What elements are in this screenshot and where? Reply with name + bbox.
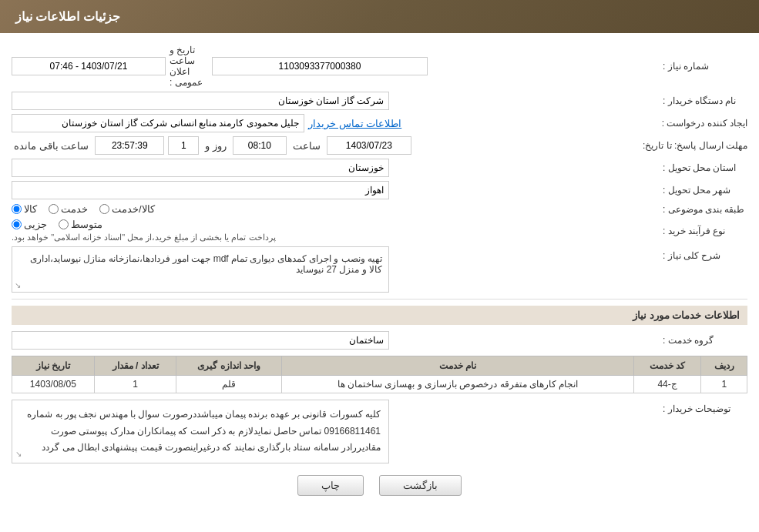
- remaining-time-input[interactable]: [95, 136, 164, 155]
- purchase-note: پرداخت تمام یا بخشی از مبلغ خرید،از محل …: [12, 233, 276, 243]
- table-row: 1 ج-44 انجام کارهای متفرقه درخصوص بازساز…: [12, 376, 747, 393]
- buyer-org-input[interactable]: [12, 92, 389, 110]
- province-label: استان محل تحویل :: [663, 162, 747, 173]
- creator-value: اطلاعات تماس خریدار: [12, 114, 658, 132]
- announce-input[interactable]: [12, 57, 166, 75]
- col-date: تاریخ نیاز: [12, 356, 95, 376]
- kala-khidmat-label: کالا/خدمت: [112, 203, 155, 215]
- service-group-label: گروه خدمت :: [663, 335, 747, 346]
- description-box: تهیه ونصب و اجرای کمدهای دیواری تمام mdf…: [12, 246, 389, 293]
- creator-label: ایجاد کننده درخواست :: [662, 118, 747, 129]
- main-content: شماره نیاز : تاریخ و ساعت اعلان عمومی : …: [0, 33, 759, 519]
- need-number-label: شماره نیاز :: [663, 61, 747, 72]
- announce-label: تاریخ و ساعت اعلان عمومی :: [170, 45, 208, 88]
- buyer-notes-text: کلیه کسورات قانونی بر عهده برنده پیمان م…: [27, 409, 381, 453]
- buyer-notes-box: کلیه کسورات قانونی بر عهده برنده پیمان م…: [12, 400, 389, 463]
- mutavasit-label: متوسط: [71, 219, 102, 230]
- need-number-input[interactable]: [212, 57, 428, 75]
- cell-row: 1: [701, 376, 747, 393]
- category-label: طبقه بندی موضوعی :: [663, 204, 747, 215]
- description-row: شرح کلی نیاز : تهیه ونصب و اجرای کمدهای …: [12, 246, 747, 293]
- resize-icon-2: ↘: [15, 447, 22, 461]
- city-label: شهر محل تحویل :: [663, 185, 747, 196]
- service-section-title: اطلاعات خدمات مورد نیاز: [12, 306, 747, 325]
- province-row: استان محل تحویل :: [12, 159, 747, 177]
- khidmat-label: خدمت: [61, 203, 88, 215]
- purchase-mutavasit[interactable]: متوسط: [59, 219, 102, 230]
- kala-label: کالا: [24, 203, 37, 215]
- description-label: شرح کلی نیاز :: [663, 250, 747, 261]
- service-group-input[interactable]: [12, 331, 389, 350]
- province-value: [12, 159, 659, 177]
- category-radio-group: کالا/خدمت خدمت کالا: [12, 203, 155, 215]
- province-input[interactable]: [12, 159, 389, 177]
- creator-link[interactable]: اطلاعات تماس خریدار: [308, 118, 401, 129]
- category-khidmat-radio[interactable]: [49, 204, 59, 214]
- purchase-mutavasit-radio[interactable]: [59, 219, 69, 229]
- category-kala-radio[interactable]: [12, 204, 22, 214]
- service-group-value: [12, 331, 659, 350]
- col-row: ردیف: [701, 356, 747, 376]
- response-days-input[interactable]: [168, 136, 199, 155]
- cell-date: 1403/08/05: [12, 376, 95, 393]
- col-code: کد خدمت: [633, 356, 701, 376]
- category-options: کالا/خدمت خدمت کالا: [12, 203, 659, 215]
- response-deadline-value: ساعت روز و ساعت باقی مانده: [12, 136, 639, 155]
- buyer-org-row: نام دستگاه خریدار :: [12, 92, 747, 110]
- action-buttons: بازگشت چاپ: [12, 475, 747, 507]
- city-row: شهر محل تحویل :: [12, 181, 747, 199]
- category-kala[interactable]: کالا: [12, 203, 37, 215]
- buyer-org-label: نام دستگاه خریدار :: [663, 95, 747, 106]
- description-text: تهیه ونصب و اجرای کمدهای دیواری تمام mdf…: [30, 253, 382, 275]
- response-time-input[interactable]: [233, 136, 287, 155]
- jozii-label: جزیی: [24, 219, 47, 230]
- cell-unit: قلم: [176, 376, 282, 393]
- category-khidmat[interactable]: خدمت: [49, 203, 88, 215]
- category-kala-khidmat[interactable]: کالا/خدمت: [99, 203, 155, 215]
- cell-name: انجام کارهای متفرقه درخصوص بازسازی و بهس…: [282, 376, 634, 393]
- cell-quantity: 1: [94, 376, 176, 393]
- remaining-label: ساعت باقی مانده: [14, 140, 89, 152]
- purchase-radio-group: متوسط جزیی: [12, 219, 102, 230]
- purchase-jozii-radio[interactable]: [12, 219, 22, 229]
- response-time-label: ساعت: [293, 140, 321, 152]
- page-header: جزئیات اطلاعات نیاز: [0, 0, 759, 33]
- purchase-type-label: نوع فرآیند خرید :: [663, 226, 747, 236]
- col-name: نام خدمت: [282, 356, 634, 376]
- print-button[interactable]: چاپ: [297, 475, 364, 496]
- table-header-row: ردیف کد خدمت نام خدمت واحد اندازه گیری ت…: [12, 356, 747, 376]
- category-kala-khidmat-radio[interactable]: [99, 204, 109, 214]
- purchase-type-value: متوسط جزیی پرداخت تمام یا بخشی از مبلغ خ…: [12, 219, 659, 243]
- purchase-type-row: نوع فرآیند خرید : متوسط جزیی پرداخت تمام…: [12, 219, 747, 243]
- response-date-input[interactable]: [327, 136, 411, 155]
- buyer-org-value: [12, 92, 659, 110]
- creator-input[interactable]: [12, 114, 304, 132]
- need-number-value: تاریخ و ساعت اعلان عمومی :: [12, 45, 659, 88]
- response-deadline-label: مهلت ارسال پاسخ: تا تاریخ:: [643, 140, 747, 151]
- city-value: [12, 181, 659, 199]
- buyer-notes-label: توضیحات خریدار :: [663, 403, 747, 414]
- response-deadline-row: مهلت ارسال پاسخ: تا تاریخ: ساعت روز و سا…: [12, 136, 747, 155]
- category-row: طبقه بندی موضوعی : کالا/خدمت خدمت کالا: [12, 203, 747, 215]
- col-unit: واحد اندازه گیری: [176, 356, 282, 376]
- purchase-jozii[interactable]: جزیی: [12, 219, 47, 230]
- back-button[interactable]: بازگشت: [379, 475, 462, 496]
- response-day-label: روز و: [205, 140, 227, 152]
- need-number-row: شماره نیاز : تاریخ و ساعت اعلان عمومی :: [12, 45, 747, 88]
- service-group-row: گروه خدمت :: [12, 331, 747, 350]
- creator-row: ایجاد کننده درخواست : اطلاعات تماس خریدا…: [12, 114, 747, 132]
- description-value: تهیه ونصب و اجرای کمدهای دیواری تمام mdf…: [12, 246, 659, 293]
- resize-icon: ↘: [15, 281, 21, 289]
- city-input[interactable]: [12, 181, 389, 199]
- cell-code: ج-44: [633, 376, 701, 393]
- col-quantity: تعداد / مقدار: [94, 356, 176, 376]
- page-title: جزئیات اطلاعات نیاز: [15, 10, 120, 23]
- buyer-notes-value: کلیه کسورات قانونی بر عهده برنده پیمان م…: [12, 400, 659, 463]
- buyer-notes-row: توضیحات خریدار : کلیه کسورات قانونی بر ع…: [12, 400, 747, 463]
- services-table: ردیف کد خدمت نام خدمت واحد اندازه گیری ت…: [12, 356, 747, 393]
